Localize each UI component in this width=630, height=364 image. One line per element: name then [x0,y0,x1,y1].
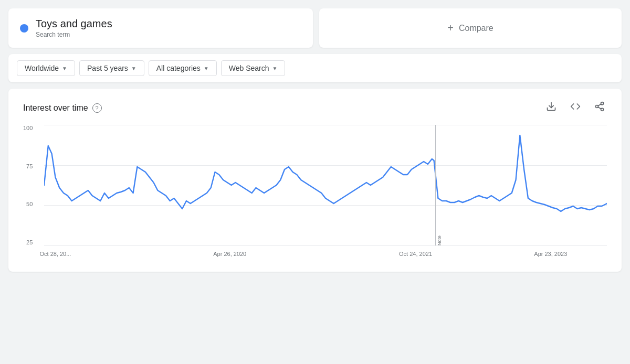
compare-plus-icon: + [447,22,454,34]
help-icon[interactable]: ? [92,103,102,113]
svg-line-4 [598,107,601,109]
compare-label: Compare [459,24,494,33]
search-term-text: Toys and games Search term [36,18,112,38]
x-label-3: Oct 24, 2021 [399,251,432,257]
category-chevron-icon: ▼ [204,66,209,71]
chart-card: Interest over time ? [8,89,622,272]
search-term-dot [20,24,28,33]
chart-area: 100 75 50 25 Note Oct 28, 20... Apr 26, … [44,125,607,261]
download-icon[interactable] [544,99,559,116]
embed-icon[interactable] [568,99,583,116]
divider-line [435,125,436,245]
grid-line-25 [44,245,607,246]
time-filter[interactable]: Past 5 years ▼ [79,60,144,76]
y-label-50: 50 [26,201,33,207]
search-type-filter[interactable]: Web Search ▼ [221,60,286,76]
location-label: Worldwide [25,64,59,72]
chart-actions [544,99,607,116]
x-label-4: Apr 23, 2023 [534,251,567,257]
line-chart [44,125,607,245]
search-type-chevron-icon: ▼ [272,66,277,71]
time-label: Past 5 years [87,64,128,72]
term-name: Toys and games [36,18,112,30]
y-label-25: 25 [26,239,33,245]
share-icon[interactable] [592,99,607,116]
x-label-1: Oct 28, 20... [39,251,71,257]
y-label-75: 75 [26,163,33,169]
category-filter[interactable]: All categories ▼ [149,60,217,76]
y-label-100: 100 [23,125,33,131]
location-filter[interactable]: Worldwide ▼ [17,60,75,76]
search-type-label: Web Search [229,64,269,72]
chart-title: Interest over time [23,103,88,113]
category-label: All categories [156,64,201,72]
term-label: Search term [36,31,112,38]
location-chevron-icon: ▼ [62,66,67,71]
chart-header: Interest over time ? [23,99,607,116]
note-label: Note [437,224,442,245]
time-chevron-icon: ▼ [131,66,136,71]
chart-title-group: Interest over time ? [23,103,102,113]
filters-row: Worldwide ▼ Past 5 years ▼ All categorie… [8,54,622,82]
search-term-card: Toys and games Search term [8,8,313,48]
compare-card[interactable]: + Compare [319,8,622,48]
x-axis-labels: Oct 28, 20... Apr 26, 2020 Oct 24, 2021 … [44,251,607,261]
y-axis: 100 75 50 25 [23,125,37,245]
x-label-2: Apr 26, 2020 [213,251,246,257]
svg-line-5 [598,104,601,105]
